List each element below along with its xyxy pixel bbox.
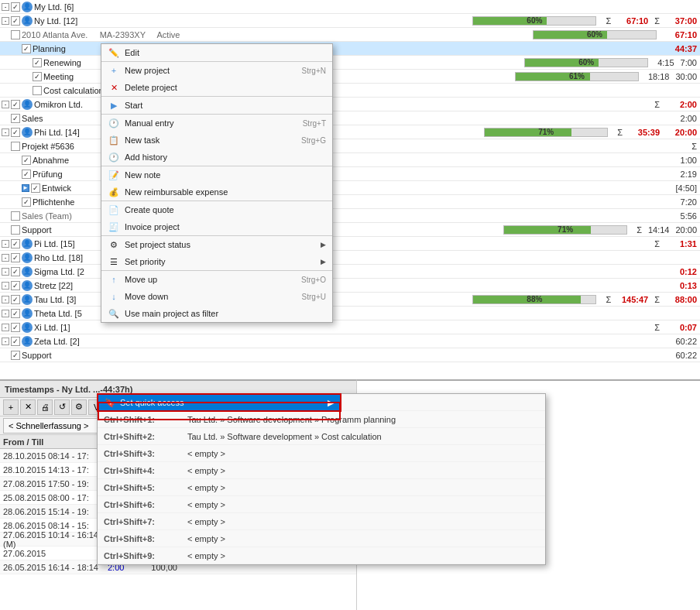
checkbox[interactable]: [11, 16, 20, 26]
menu-item-set-priority[interactable]: ☰ Set priority ▶: [101, 253, 332, 270]
set-quick-access-row[interactable]: 🔖 Set quick access ▶: [97, 393, 341, 412]
add-button[interactable]: +: [3, 399, 19, 415]
delete-icon: ✕: [108, 81, 120, 94]
menu-item-start[interactable]: ▶ Start: [101, 97, 332, 114]
checkbox[interactable]: [11, 100, 20, 109]
checkbox[interactable]: [11, 30, 20, 39]
qa-row[interactable]: Ctrl+Shift+5: < empty >: [98, 479, 545, 496]
menu-item-new-expense[interactable]: 💰 New reimbursable expense: [101, 183, 332, 200]
settings-button[interactable]: ⚙: [71, 399, 87, 415]
row-right: Σ 0:07: [356, 323, 700, 332]
person-icon: 👤: [22, 336, 33, 347]
expand-btn[interactable]: -: [2, 101, 9, 108]
menu-item-set-status[interactable]: ⚙ Set project status ▶: [101, 236, 332, 253]
checkbox[interactable]: [11, 337, 20, 346]
menu-item-invoice[interactable]: 🧾 Invoice project: [101, 218, 332, 235]
checkbox[interactable]: [11, 323, 20, 332]
delete-button[interactable]: ✕: [20, 399, 36, 415]
qa-row[interactable]: Ctrl+Shift+7: < empty >: [98, 513, 545, 530]
refresh-button[interactable]: ↺: [54, 399, 70, 415]
menu-label: New note: [125, 170, 326, 180]
project-row[interactable]: 2010 Atlanta Ave. MA-2393XY Active 60% 6…: [0, 28, 700, 42]
checkbox[interactable]: [33, 58, 42, 67]
checkbox[interactable]: [31, 183, 40, 193]
project-label: Sigma Ltd. [2: [34, 267, 84, 276]
expand-btn[interactable]: -: [2, 338, 9, 345]
progress-bar: 60%: [524, 58, 648, 67]
expand-btn[interactable]: -: [2, 282, 9, 290]
checkbox[interactable]: [11, 225, 20, 235]
expand-btn[interactable]: -: [2, 17, 9, 25]
checkbox[interactable]: [11, 211, 20, 221]
checkbox[interactable]: [11, 267, 20, 276]
qa-row[interactable]: Ctrl+Shift+1: Tau Ltd. » Software develo…: [98, 411, 545, 428]
project-label: Abnahme: [33, 156, 69, 165]
menu-item-main-filter[interactable]: 🔍 Use main project as filter: [101, 305, 332, 322]
menu-item-delete-project[interactable]: ✕ Delete project: [101, 79, 332, 96]
qa-value: < empty >: [187, 517, 539, 526]
checkbox[interactable]: [22, 156, 31, 165]
expand-btn[interactable]: -: [2, 129, 9, 136]
menu-item-create-quote[interactable]: 📄 Create quote: [101, 201, 332, 218]
manual-entry-icon: 🕐: [108, 117, 120, 129]
checkbox[interactable]: [11, 2, 20, 12]
checkbox[interactable]: [11, 309, 20, 318]
schnell-button[interactable]: < Schnellerfassung >: [3, 418, 112, 434]
checkbox[interactable]: [22, 170, 31, 179]
menu-item-new-project[interactable]: + New project Strg+N: [101, 62, 332, 79]
checkbox[interactable]: [11, 351, 20, 360]
checkbox[interactable]: [11, 253, 20, 262]
checkbox[interactable]: [33, 72, 42, 81]
qa-row[interactable]: Ctrl+Shift+9: < empty >: [98, 547, 545, 564]
checkbox[interactable]: [22, 44, 31, 53]
checkbox[interactable]: [33, 86, 42, 95]
set-priority-icon: ☰: [108, 255, 120, 268]
menu-shortcut: Strg+U: [302, 293, 326, 301]
expand-btn[interactable]: ►: [22, 184, 29, 192]
menu-item-move-up[interactable]: ↑ Move up Strg+O: [101, 271, 332, 288]
checkbox[interactable]: [11, 114, 20, 123]
chevron-right-icon: ▶: [321, 241, 326, 248]
expand-btn[interactable]: -: [2, 268, 9, 276]
row-right: Σ 1:31: [356, 239, 700, 248]
expand-btn[interactable]: -: [2, 3, 9, 11]
checkbox[interactable]: [11, 142, 20, 151]
qa-shortcut: Ctrl+Shift+1:: [104, 415, 181, 424]
menu-item-manual-entry[interactable]: 🕐 Manual entry Strg+T: [101, 115, 332, 132]
qa-row[interactable]: Ctrl+Shift+6: < empty >: [98, 496, 545, 513]
menu-item-new-note[interactable]: 📝 New note: [101, 166, 332, 183]
print-button[interactable]: 🖨: [37, 399, 53, 415]
qa-row[interactable]: Ctrl+Shift+4: < empty >: [98, 462, 545, 479]
project-row[interactable]: - 👤 Zeta Ltd. [2] 60:22: [0, 334, 700, 348]
qa-value: < empty >: [187, 551, 539, 560]
menu-label: Start: [125, 101, 326, 110]
project-label: Pi Ltd. [15]: [34, 239, 75, 248]
project-label: Stretz [22]: [34, 281, 73, 290]
expand-btn[interactable]: -: [2, 240, 9, 248]
qa-row[interactable]: Ctrl+Shift+8: < empty >: [98, 530, 545, 547]
progress-bar: 71%: [484, 128, 608, 137]
expand-btn[interactable]: -: [2, 310, 9, 317]
checkbox[interactable]: [11, 281, 20, 290]
menu-item-add-history[interactable]: 🕐 Add history: [101, 149, 332, 166]
menu-item-edit[interactable]: ✏️ Edit: [101, 44, 332, 61]
checkbox[interactable]: [11, 295, 20, 304]
menu-item-move-down[interactable]: ↓ Move down Strg+U: [101, 288, 332, 305]
project-row[interactable]: - 👤 Ny Ltd. [12] 60% Σ 67:10 Σ 37:00: [0, 14, 700, 28]
checkbox[interactable]: [11, 128, 20, 137]
row-right: 0:12: [356, 267, 700, 276]
project-row[interactable]: - 👤 My Ltd. [6]: [0, 0, 700, 14]
checkbox[interactable]: [11, 239, 20, 248]
row-right: 44:37: [356, 44, 700, 53]
row-right: 71% Σ 35:39 20:00: [356, 128, 700, 137]
ts-date: 28.06.2015 15:14 - 19:: [3, 507, 108, 516]
menu-item-new-task[interactable]: 📋 New task Strg+G: [101, 132, 332, 149]
checkbox[interactable]: [22, 197, 31, 207]
expand-btn[interactable]: -: [2, 296, 9, 303]
expand-btn[interactable]: -: [2, 324, 9, 331]
qa-row[interactable]: Ctrl+Shift+3: < empty >: [98, 445, 545, 462]
expand-btn[interactable]: -: [2, 254, 9, 262]
project-row[interactable]: Support 60:22: [0, 348, 700, 362]
qa-row[interactable]: Ctrl+Shift+2: Tau Ltd. » Software develo…: [98, 428, 545, 445]
edit-icon: ✏️: [108, 46, 120, 59]
